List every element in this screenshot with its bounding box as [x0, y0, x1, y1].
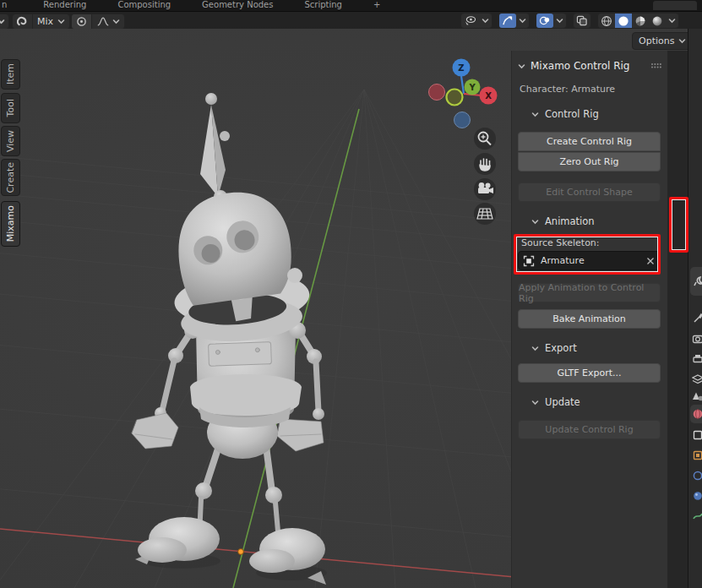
chevron-down-icon	[57, 18, 65, 25]
workspace-tab-compositing[interactable]: Compositing	[117, 0, 171, 10]
sidebar-tab-create[interactable]: Create	[1, 159, 20, 196]
material-sphere-icon	[634, 15, 646, 27]
wireframe-sphere-icon	[601, 15, 612, 27]
sidebar-tab-item[interactable]: Item	[1, 59, 20, 90]
gizmo-z-label: Z	[458, 63, 464, 73]
viewport-header-icons	[460, 14, 679, 28]
gltf-export-button[interactable]: GLTF Export...	[518, 363, 661, 383]
robot-belt	[190, 374, 302, 416]
scene-properties-icon[interactable]	[692, 390, 702, 402]
falloff-shape-toggle[interactable]	[72, 14, 91, 29]
topbar-widget-fragment	[653, 1, 697, 10]
workspace-tab-fragment[interactable]: n	[2, 0, 7, 10]
brush-blend-group: Mix	[12, 14, 70, 30]
object-data-properties-icon[interactable]	[692, 449, 702, 461]
section-control-rig[interactable]: Control Rig	[531, 108, 667, 120]
chevron-down-icon	[519, 17, 526, 24]
chevron-down-icon	[112, 18, 120, 25]
chevron-down-icon	[482, 17, 489, 24]
update-control-rig-button[interactable]: Update Control Rig	[518, 420, 661, 439]
show-gizmo-toggle[interactable]	[499, 14, 516, 28]
xray-toggle[interactable]	[573, 13, 591, 29]
chevron-down-icon	[556, 17, 563, 24]
world-properties-icon[interactable]	[692, 408, 702, 420]
brush-falloff-icon	[17, 16, 28, 27]
output-properties-icon[interactable]	[692, 353, 702, 365]
sidebar-tab-tool[interactable]: Tool	[1, 93, 20, 123]
chevron-down-icon	[531, 111, 539, 118]
cut-dropdown-button[interactable]	[0, 14, 9, 30]
zero-out-rig-button[interactable]: Zero Out Rig	[518, 152, 661, 172]
screwdriver-tool-icon[interactable]	[692, 313, 702, 324]
shading-dropdown[interactable]	[666, 14, 678, 28]
options-dropdown-button[interactable]: Options	[632, 32, 693, 50]
sidebar-tab-mixamo[interactable]: Mixamo	[1, 201, 20, 247]
show-gizmo-group	[498, 13, 530, 29]
apply-animation-button[interactable]: Apply Animation to Control Rig	[518, 283, 661, 302]
create-control-rig-button[interactable]: Create Control Rig	[518, 132, 661, 151]
section-animation[interactable]: Animation	[531, 215, 667, 227]
blend-mode-dropdown[interactable]: Mix	[32, 14, 69, 29]
camera-view-button[interactable]	[474, 178, 496, 200]
chevron-down-icon	[531, 345, 539, 352]
show-overlays-toggle[interactable]	[536, 14, 553, 28]
viewport-nav-buttons	[474, 128, 496, 225]
solid-sphere-icon	[618, 15, 629, 27]
tool-settings-bar: Mix	[0, 12, 702, 29]
gizmo-neg-y-ball[interactable]	[447, 90, 463, 106]
workspace-tab-bar: n Rendering Compositing Geometry Nodes S…	[0, 0, 702, 12]
modifier-properties-icon[interactable]	[692, 490, 702, 502]
drag-grip-icon[interactable]	[650, 63, 662, 70]
mixamo-sidebar-panel: Mixamo Control Rig Character: Armature C…	[511, 51, 667, 588]
gizmo-dropdown[interactable]	[516, 14, 529, 28]
source-skeleton-value: Armature	[539, 255, 641, 266]
shading-material-button[interactable]	[632, 14, 649, 28]
shading-wireframe-button[interactable]	[598, 14, 615, 28]
shading-solid-button[interactable]	[615, 14, 632, 28]
falloff-curve-dropdown[interactable]	[91, 14, 124, 29]
gizmo-neg-z-ball[interactable]	[454, 112, 471, 128]
eye-cursor-icon	[464, 15, 476, 26]
section-update[interactable]: Update	[531, 396, 667, 408]
workspace-tab-geometry-nodes[interactable]: Geometry Nodes	[202, 0, 273, 10]
clear-skeleton-icon[interactable]	[641, 257, 660, 265]
dot-circle-icon	[76, 16, 87, 27]
workspace-add-tab-button[interactable]: +	[373, 0, 380, 10]
overlays-dropdown[interactable]	[553, 14, 566, 28]
gizmo-x-label: X	[485, 91, 492, 101]
sidebar-tab-view[interactable]: View	[1, 126, 20, 156]
sidebar-tab-column	[667, 51, 688, 588]
properties-tab-active-tool[interactable]	[690, 267, 702, 296]
workspace-tab-scripting[interactable]: Scripting	[304, 0, 341, 10]
brush-falloff-button[interactable]	[13, 14, 32, 29]
curve-falloff-icon	[96, 16, 110, 27]
perspective-toggle-button[interactable]	[474, 203, 496, 225]
bake-animation-button[interactable]: Bake Animation	[518, 309, 661, 329]
xray-icon	[576, 15, 588, 26]
section-export[interactable]: Export	[531, 342, 667, 354]
view-layer-properties-icon[interactable]	[692, 373, 702, 385]
gizmo-neg-x-ball[interactable]	[429, 84, 445, 101]
properties-editor-sliver	[688, 29, 702, 588]
source-skeleton-field[interactable]: Armature	[518, 251, 661, 270]
shading-rendered-button[interactable]	[649, 14, 666, 28]
show-overlays-group	[536, 13, 567, 29]
rendered-sphere-icon	[651, 15, 663, 27]
robot-left-hand	[132, 413, 178, 449]
source-skeleton-label: Source Skeleton:	[521, 237, 667, 248]
zoom-button[interactable]	[474, 128, 496, 150]
navigation-gizmo[interactable]: Y Z X	[429, 59, 498, 128]
physics-properties-icon[interactable]	[692, 510, 702, 522]
object-visibility-dropdown[interactable]	[460, 13, 492, 29]
pan-button[interactable]	[474, 153, 496, 175]
object-properties-icon[interactable]	[692, 429, 702, 441]
render-properties-icon[interactable]	[692, 333, 702, 345]
panel-header[interactable]: Mixamo Control Rig	[518, 57, 662, 74]
chevron-down-icon	[0, 18, 5, 25]
overlays-icon	[539, 15, 551, 26]
constraints-properties-icon[interactable]	[692, 470, 702, 482]
falloff-curve-group	[71, 14, 125, 30]
workspace-tab-rendering[interactable]: Rendering	[43, 0, 86, 10]
gizmo-arrow-icon	[502, 15, 514, 26]
edit-control-shape-button[interactable]: Edit Control Shape	[518, 182, 661, 202]
